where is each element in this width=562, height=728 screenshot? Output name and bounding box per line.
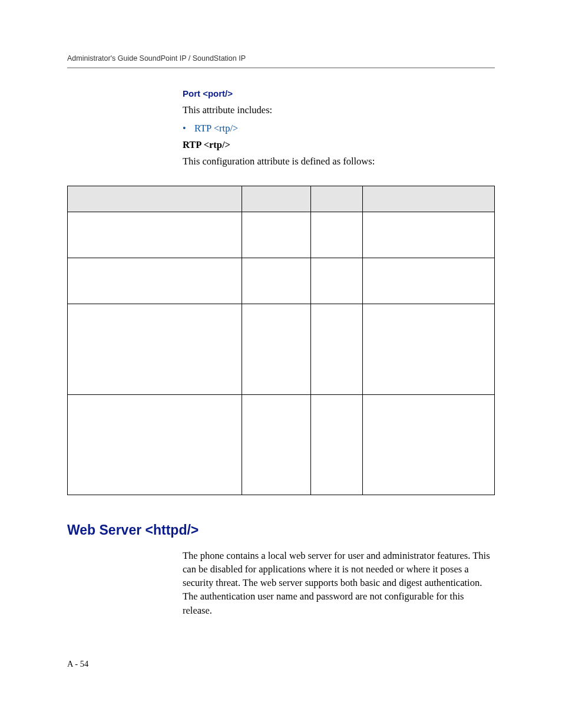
rtp-attribute-table — [67, 186, 495, 495]
table-header-row — [68, 186, 495, 212]
port-intro-text: This attribute includes: — [183, 103, 495, 117]
table-row — [68, 212, 495, 258]
bullet-icon: • — [183, 123, 194, 134]
th-attribute — [68, 186, 242, 212]
table-row — [68, 304, 495, 395]
httpd-heading: Web Server <httpd/> — [67, 522, 495, 538]
rtp-intro-text: This configuration attribute is defined … — [183, 154, 495, 168]
port-heading: Port <port/> — [183, 88, 495, 98]
th-permitted — [242, 186, 311, 212]
table-row — [68, 395, 495, 495]
table-row — [68, 258, 495, 304]
httpd-body-text: The phone contains a local web server fo… — [183, 549, 495, 617]
bullet-item: • RTP <rtp/> — [183, 123, 495, 134]
th-default — [310, 186, 363, 212]
rtp-subheading: RTP <rtp/> — [183, 139, 495, 151]
page-number: A - 54 — [67, 659, 88, 669]
rtp-link[interactable]: RTP <rtp/> — [194, 123, 238, 134]
running-header: Administrator's Guide SoundPoint IP / So… — [67, 54, 495, 68]
th-interpretation — [363, 186, 495, 212]
